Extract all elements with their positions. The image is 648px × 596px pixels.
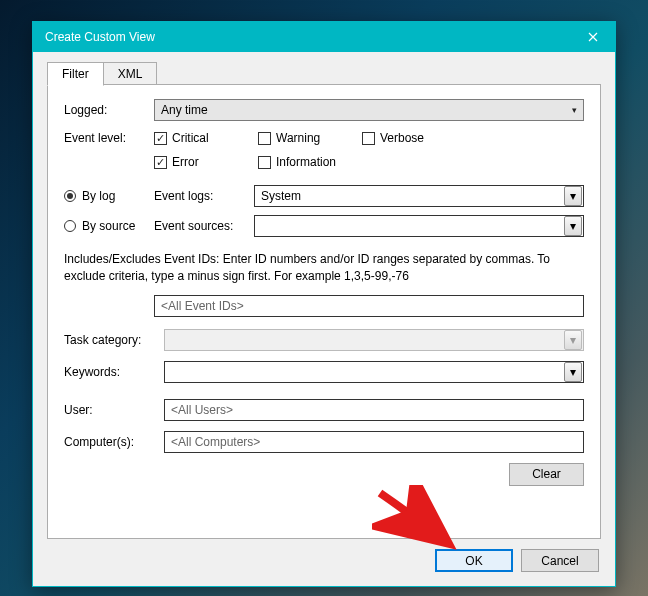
dropdown-arrow-icon: ▾: [564, 362, 582, 382]
warning-checkbox[interactable]: Warning: [258, 131, 342, 145]
checkbox-icon: [258, 132, 271, 145]
event-ids-help-text: Includes/Excludes Event IDs: Enter ID nu…: [64, 251, 584, 285]
event-sources-label: Event sources:: [154, 219, 254, 233]
filter-panel: Logged: Any time ▾ Event level: ✓ Critic…: [47, 85, 601, 539]
checkmark-icon: ✓: [154, 156, 167, 169]
task-category-label: Task category:: [64, 333, 164, 347]
computers-value: <All Computers>: [171, 435, 260, 449]
user-label: User:: [64, 403, 164, 417]
critical-label: Critical: [172, 131, 209, 145]
logged-label: Logged:: [64, 103, 154, 117]
clear-button[interactable]: Clear: [509, 463, 584, 486]
chevron-down-icon: ▾: [572, 105, 577, 115]
event-sources-dropdown[interactable]: ▾: [254, 215, 584, 237]
verbose-label: Verbose: [380, 131, 424, 145]
event-ids-value: <All Event IDs>: [161, 299, 244, 313]
computers-label: Computer(s):: [64, 435, 164, 449]
event-logs-label: Event logs:: [154, 189, 254, 203]
window-title: Create Custom View: [45, 30, 571, 44]
cancel-button[interactable]: Cancel: [521, 549, 599, 572]
logged-combo[interactable]: Any time ▾: [154, 99, 584, 121]
information-label: Information: [276, 155, 336, 169]
dropdown-arrow-icon: ▾: [564, 330, 582, 350]
information-checkbox[interactable]: Information: [258, 155, 342, 169]
by-log-label: By log: [82, 189, 115, 203]
error-label: Error: [172, 155, 199, 169]
tab-xml[interactable]: XML: [103, 62, 158, 85]
event-ids-input[interactable]: <All Event IDs>: [154, 295, 584, 317]
computers-input[interactable]: <All Computers>: [164, 431, 584, 453]
critical-checkbox[interactable]: ✓ Critical: [154, 131, 238, 145]
dialog-footer: OK Cancel: [33, 549, 615, 586]
error-checkbox[interactable]: ✓ Error: [154, 155, 238, 169]
verbose-checkbox[interactable]: Verbose: [362, 131, 446, 145]
checkmark-icon: ✓: [154, 132, 167, 145]
ok-button[interactable]: OK: [435, 549, 513, 572]
user-value: <All Users>: [171, 403, 233, 417]
by-source-label: By source: [82, 219, 135, 233]
event-logs-value: System: [261, 189, 564, 203]
create-custom-view-dialog: Create Custom View Filter XML Logged: An…: [32, 21, 616, 587]
by-source-radio[interactable]: By source: [64, 219, 154, 233]
checkbox-icon: [258, 156, 271, 169]
dropdown-arrow-icon: ▾: [564, 216, 582, 236]
close-button[interactable]: [571, 22, 615, 52]
radio-icon: [64, 220, 76, 232]
radio-selected-icon: [64, 190, 76, 202]
keywords-label: Keywords:: [64, 365, 164, 379]
task-category-dropdown: ▾: [164, 329, 584, 351]
by-log-radio[interactable]: By log: [64, 189, 154, 203]
keywords-dropdown[interactable]: ▾: [164, 361, 584, 383]
dropdown-arrow-icon: ▾: [564, 186, 582, 206]
checkbox-icon: [362, 132, 375, 145]
event-logs-dropdown[interactable]: System ▾: [254, 185, 584, 207]
eventlevel-label: Event level:: [64, 131, 154, 145]
logged-value: Any time: [161, 103, 208, 117]
titlebar: Create Custom View: [33, 22, 615, 52]
user-input[interactable]: <All Users>: [164, 399, 584, 421]
tab-strip: Filter XML: [33, 52, 615, 85]
tab-filter[interactable]: Filter: [47, 62, 104, 86]
close-icon: [588, 32, 598, 42]
warning-label: Warning: [276, 131, 320, 145]
